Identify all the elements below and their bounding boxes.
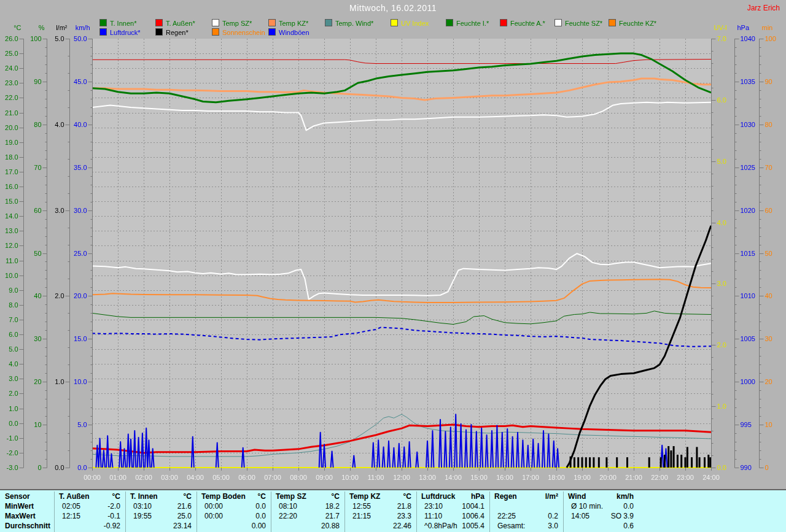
table-cell-left: 02:05 xyxy=(62,501,80,511)
table-column-luftdruck: LuftdruckhPa23:101004.111:101006.4^0.8hP… xyxy=(416,492,490,532)
legend-item-feuchte-kz[interactable]: Feuchte KZ* xyxy=(609,19,656,27)
legend-item-feuchte-i[interactable]: Feuchte I.* xyxy=(446,19,489,27)
table-cell-row xyxy=(490,501,564,511)
table-cell-row: -0.92 xyxy=(55,521,126,531)
legend-swatch-icon xyxy=(446,19,453,26)
table-column-t-au-en: T. Außen°C02:05-2.012:15-0.1-0.92 xyxy=(54,492,126,532)
weather-chart-canvas xyxy=(0,0,786,489)
table-cell-right: 1005.4 xyxy=(462,521,484,531)
legend-item-temp-kz[interactable]: Temp KZ* xyxy=(268,19,308,27)
legend-label: Regen* xyxy=(166,29,189,36)
table-cell-right: km/h xyxy=(617,492,634,501)
owner-name: Jarz Erich xyxy=(747,4,780,12)
legend-label: Feuchte I.* xyxy=(456,20,489,27)
table-column-temp-sz: Temp SZ°C08:1018.222:2021.720.88 xyxy=(271,492,345,532)
table-column-regen: Regenl/m²22:250.2Gesamt:3.0 xyxy=(489,492,564,532)
table-column-t-innen: T. Innen°C03:1021.619:5525.023.14 xyxy=(125,492,197,532)
weather-app-window: Mittwoch, 16.02.2011 Jarz Erich T. Innen… xyxy=(0,0,786,532)
table-cell-right: -2.0 xyxy=(107,501,120,511)
table-cell-right: 0.0 xyxy=(623,501,634,511)
table-cell-right: l/m² xyxy=(545,492,558,501)
legend-swatch-icon xyxy=(99,28,107,36)
table-cell-row: 22.46 xyxy=(345,521,417,531)
table-cell-right: 21.6 xyxy=(177,501,192,511)
table-cell-left: 23:10 xyxy=(424,501,443,511)
legend-item-feuchte-sz[interactable]: Feuchte SZ* xyxy=(554,19,602,27)
table-cell-row: 03:1021.6 xyxy=(126,501,197,511)
legend-swatch-icon xyxy=(325,19,332,26)
table-cell-row: 08:1018.2 xyxy=(271,501,345,511)
table-cell-right: 23.14 xyxy=(173,521,192,531)
table-cell-right: -0.92 xyxy=(104,521,120,531)
legend-item-regen[interactable]: Regen* xyxy=(155,28,189,36)
table-cell-row: 23.14 xyxy=(126,521,197,531)
table-cell-row: 22:2021.7 xyxy=(271,511,345,521)
legend-label: Feuchte SZ* xyxy=(565,20,602,27)
table-cell-left: 14:05 xyxy=(571,511,590,521)
table-cell-row: ^0.8hPa/h1005.4 xyxy=(417,521,490,531)
table-cell-row: 12:15-0.1 xyxy=(55,511,126,521)
table-cell-right: -0.1 xyxy=(107,511,120,521)
table-cell-right: 1004.1 xyxy=(462,501,484,511)
table-column-wind: Windkm/hØ 10 min.0.014:05SO 3.90.6 xyxy=(563,492,639,532)
table-cell-row: 0.00 xyxy=(197,521,271,531)
table-cell-right: 0.0 xyxy=(255,501,266,511)
table-column-temp-kz: Temp KZ°C12:5521.821:1523.322.46 xyxy=(344,492,417,532)
legend-item-temp-sz[interactable]: Temp SZ* xyxy=(212,19,252,27)
legend-label: Sonnenschein xyxy=(222,29,265,36)
table-cell-left: 08:10 xyxy=(279,501,297,511)
table-cell-row: LuftdruckhPa xyxy=(417,492,490,501)
table-row-label: Sensor xyxy=(5,492,50,501)
table-cell-row: 02:05-2.0 xyxy=(55,501,126,511)
table-row-label: MinWert xyxy=(5,501,50,511)
legend-swatch-icon xyxy=(155,19,163,26)
table-cell-left: Regen xyxy=(494,492,517,501)
legend-item-sonnenschein[interactable]: Sonnenschein xyxy=(212,28,265,36)
legend-swatch-icon xyxy=(155,28,163,36)
legend-label: Temp SZ* xyxy=(222,20,252,27)
legend-item-t-innen[interactable]: T. Innen* xyxy=(99,19,136,27)
legend-item-temp-wind[interactable]: Temp. Wind* xyxy=(325,19,373,27)
legend-swatch-icon xyxy=(212,28,219,36)
table-cell-left: Ø 10 min. xyxy=(571,501,603,511)
legend-label: Feuchte A.* xyxy=(510,20,545,27)
table-cell-left: Wind xyxy=(568,492,586,501)
table-cell-row: 23:101004.1 xyxy=(417,501,490,511)
table-cell-left: T. Innen xyxy=(130,492,158,501)
legend-item-luftdruck[interactable]: Luftdruck* xyxy=(99,28,141,36)
legend-item-feuchte-a[interactable]: Feuchte A.* xyxy=(500,19,545,27)
table-cell-left: 22:25 xyxy=(497,511,516,521)
table-cell-right: °C xyxy=(332,492,340,501)
table-cell-left: 12:55 xyxy=(352,501,371,511)
legend-row-2: Luftdruck*Regen*SonnenscheinWindböen xyxy=(0,28,786,37)
legend-item-t-au-en[interactable]: T. Außen* xyxy=(155,19,195,27)
legend-swatch-icon xyxy=(212,19,219,26)
table-cell-row: 20.88 xyxy=(271,521,345,531)
legend-label: T. Außen* xyxy=(166,20,195,27)
table-row-label: MaxWert xyxy=(5,511,50,521)
legend-item-uv-index[interactable]: UV Index xyxy=(391,19,429,27)
table-cell-row: Gesamt:3.0 xyxy=(490,521,564,531)
legend-item-windb-en[interactable]: Windböen xyxy=(268,28,309,36)
table-cell-left: ^0.8hPa/h xyxy=(424,521,457,531)
table-cell-right: °C xyxy=(112,492,120,501)
table-cell-right: 1006.4 xyxy=(462,511,484,521)
table-cell-row: 22:250.2 xyxy=(490,511,564,521)
legend-swatch-icon xyxy=(500,19,507,26)
table-cell-left: 22:20 xyxy=(279,511,297,521)
table-cell-left: 11:10 xyxy=(424,511,442,521)
title-bar: Mittwoch, 16.02.2011 Jarz Erich xyxy=(0,0,786,15)
legend-label: UV Index xyxy=(401,20,429,27)
table-cell-right: °C xyxy=(184,492,192,501)
table-cell-right: 0.2 xyxy=(548,511,558,521)
table-cell-right: 23.3 xyxy=(397,511,411,521)
table-cell-right: hPa xyxy=(471,492,484,501)
table-cell-row: Ø 10 min.0.0 xyxy=(564,501,639,511)
table-cell-right: °C xyxy=(403,492,411,501)
table-cell-row: 12:5521.8 xyxy=(345,501,417,511)
table-cell-right: 21.8 xyxy=(397,501,411,511)
table-cell-row: 19:5525.0 xyxy=(126,511,197,521)
legend-label: Windböen xyxy=(279,29,309,36)
table-cell-left: Temp Boden xyxy=(201,492,246,501)
legend-swatch-icon xyxy=(99,19,107,26)
